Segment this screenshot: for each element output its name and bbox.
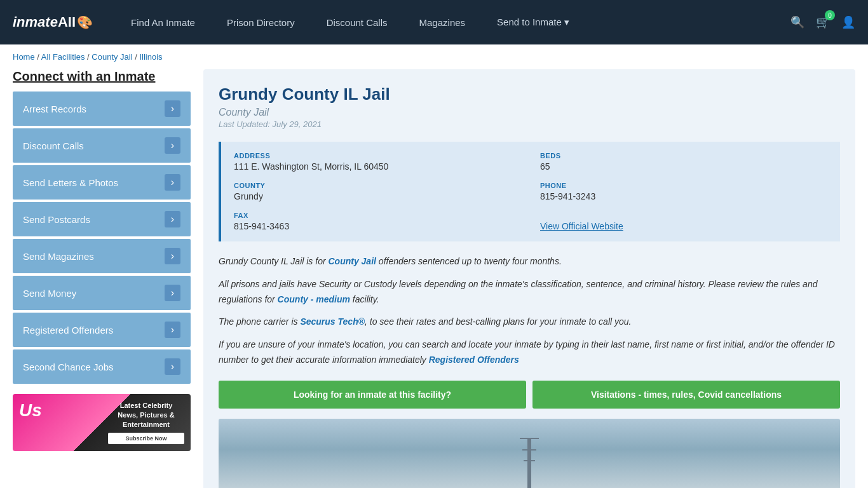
nav-discount-calls[interactable]: Discount Calls — [314, 11, 400, 34]
sidebar-item-registered-offenders[interactable]: Registered Offenders › — [13, 313, 191, 347]
beds-label: BEDS — [540, 152, 827, 159]
logo[interactable]: inmate AII 🎨 — [13, 14, 93, 30]
securus-link[interactable]: Securus Tech® — [300, 316, 365, 327]
facility-updated: Last Updated: July 29, 2021 — [219, 119, 840, 129]
chevron-right-icon: › — [165, 285, 180, 301]
registered-offenders-link[interactable]: Registered Offenders — [429, 355, 519, 365]
website-block: View Official Website — [540, 212, 827, 231]
county-value: Grundy — [234, 191, 521, 201]
breadcrumb-home[interactable]: Home — [13, 52, 35, 62]
nav-prison-directory[interactable]: Prison Directory — [214, 11, 308, 34]
sidebar-label: Send Magazines — [23, 251, 94, 262]
nav-magazines[interactable]: Magazines — [407, 11, 478, 34]
chevron-right-icon: › — [165, 248, 180, 264]
fax-label: FAX — [234, 212, 521, 219]
phone-label: PHONE — [540, 182, 827, 189]
nav-right: 🔍 🛒 0 👤 — [790, 15, 855, 29]
sidebar-label: Send Money — [23, 288, 76, 299]
main-layout: Connect with an Inmate Arrest Records › … — [0, 69, 868, 488]
sidebar: Connect with an Inmate Arrest Records › … — [13, 69, 191, 488]
sidebar-item-send-money[interactable]: Send Money › — [13, 276, 191, 310]
phone-block: PHONE 815-941-3243 — [540, 182, 827, 201]
user-button[interactable]: 👤 — [841, 15, 855, 29]
visitations-button[interactable]: Visitations - times, rules, Covid cancel… — [532, 381, 840, 409]
desc-paragraph-4: If you are unsure of your inmate's locat… — [219, 337, 840, 368]
fax-value: 815-941-3463 — [234, 221, 521, 231]
sidebar-label: Send Postcards — [23, 214, 90, 225]
sidebar-item-discount-calls[interactable]: Discount Calls › — [13, 128, 191, 163]
facility-subtitle: County Jail — [219, 107, 840, 118]
ad-logo: Us — [19, 400, 42, 421]
chevron-right-icon: › — [165, 358, 180, 375]
ad-subscribe: Subscribe Now — [108, 433, 184, 445]
beds-value: 65 — [540, 161, 827, 172]
action-buttons: Looking for an inmate at this facility? … — [219, 381, 840, 409]
find-inmate-button[interactable]: Looking for an inmate at this facility? — [219, 381, 526, 409]
facility-info-box: ADDRESS 111 E. Washington St, Morris, IL… — [219, 142, 840, 241]
county-jail-link[interactable]: County Jail — [328, 256, 376, 266]
nav-links: Find An Inmate Prison Directory Discount… — [118, 10, 790, 34]
desc-paragraph-3: The phone carrier is Securus Tech®, to s… — [219, 315, 840, 330]
fax-block: FAX 815-941-3463 — [234, 212, 521, 231]
official-website-link[interactable]: View Official Website — [540, 221, 623, 231]
address-value: 111 E. Washington St, Morris, IL 60450 — [234, 161, 521, 172]
sidebar-menu: Arrest Records › Discount Calls › Send L… — [13, 92, 191, 384]
breadcrumb: Home / All Facilities / County Jail / Il… — [0, 44, 868, 69]
beds-block: BEDS 65 — [540, 152, 827, 172]
facility-image — [219, 419, 840, 488]
sidebar-label: Second Chance Jobs — [23, 362, 114, 372]
facility-description: Grundy County IL Jail is for County Jail… — [219, 254, 840, 368]
sidebar-item-send-postcards[interactable]: Send Postcards › — [13, 202, 191, 236]
sidebar-ad[interactable]: Us Latest Celebrity News, Pictures & Ent… — [13, 394, 191, 451]
sidebar-label: Arrest Records — [23, 104, 86, 114]
cart-button[interactable]: 🛒 0 — [816, 15, 830, 29]
county-medium-link[interactable]: County - medium — [278, 294, 350, 304]
breadcrumb-all-facilities[interactable]: All Facilities — [41, 52, 85, 62]
facility-title: Grundy County IL Jail — [219, 85, 840, 104]
desc-paragraph-2: All prisons and jails have Security or C… — [219, 277, 840, 308]
cart-badge: 0 — [825, 10, 835, 20]
nav-find-inmate[interactable]: Find An Inmate — [118, 11, 208, 34]
sidebar-title: Connect with an Inmate — [13, 69, 191, 84]
breadcrumb-county-jail[interactable]: County Jail — [92, 52, 132, 62]
county-block: COUNTY Grundy — [234, 182, 521, 201]
ad-text: Latest Celebrity News, Pictures & Entert… — [108, 401, 184, 445]
sidebar-item-send-magazines[interactable]: Send Magazines › — [13, 239, 191, 273]
chevron-right-icon: › — [165, 174, 180, 191]
chevron-right-icon: › — [165, 137, 180, 154]
navbar: inmate AII 🎨 Find An Inmate Prison Direc… — [0, 0, 868, 44]
sidebar-label: Registered Offenders — [23, 325, 113, 336]
chevron-right-icon: › — [165, 322, 180, 338]
sidebar-item-second-chance-jobs[interactable]: Second Chance Jobs › — [13, 349, 191, 384]
address-block: ADDRESS 111 E. Washington St, Morris, IL… — [234, 152, 521, 172]
phone-value: 815-941-3243 — [540, 191, 827, 201]
address-label: ADDRESS — [234, 152, 521, 159]
sidebar-item-send-letters[interactable]: Send Letters & Photos › — [13, 165, 191, 200]
chevron-right-icon: › — [165, 211, 180, 227]
nav-send-to-inmate[interactable]: Send to Inmate ▾ — [484, 10, 582, 34]
desc-paragraph-1: Grundy County IL Jail is for County Jail… — [219, 254, 840, 269]
county-label: COUNTY — [234, 182, 521, 189]
chevron-right-icon: › — [165, 100, 180, 117]
sidebar-label: Discount Calls — [23, 140, 84, 151]
breadcrumb-state[interactable]: Illinois — [139, 52, 162, 62]
sidebar-label: Send Letters & Photos — [23, 177, 118, 188]
sidebar-item-arrest-records[interactable]: Arrest Records › — [13, 92, 191, 126]
content-area: Grundy County IL Jail County Jail Last U… — [203, 69, 855, 488]
search-button[interactable]: 🔍 — [790, 15, 804, 29]
